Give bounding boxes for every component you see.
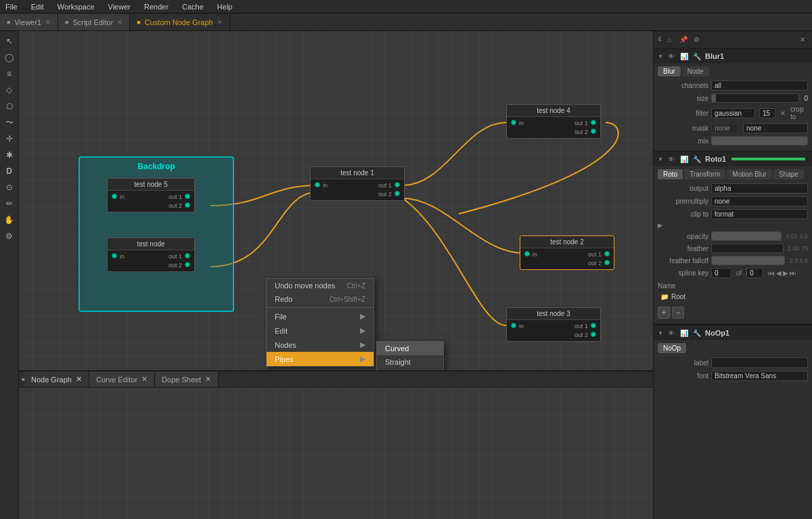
motionblur-tab[interactable]: Motion Blur: [727, 169, 772, 179]
tab-custom-node-graph[interactable]: ■ Custom Node Graph ✕: [130, 14, 229, 30]
node-tab[interactable]: Node: [682, 66, 709, 76]
port-test5-out1[interactable]: [185, 194, 190, 199]
port-test5-out2[interactable]: [185, 202, 190, 208]
name-add-btn[interactable]: +: [658, 307, 670, 319]
tab-viewer1[interactable]: ■ Viewer1 ✕: [0, 14, 58, 30]
tool-d[interactable]: D: [2, 164, 17, 179]
node-test[interactable]: test node in out 1 out 2: [107, 238, 195, 272]
tool-plus[interactable]: ✛: [2, 131, 17, 146]
roto1-feather-falloff-slider[interactable]: [711, 256, 785, 265]
blur1-filter-x[interactable]: ✕: [778, 110, 788, 117]
ctx-pipes[interactable]: Pipes ▶: [267, 352, 374, 366]
mini-node-graph[interactable]: 1 ↓ NoOp1 NoOp2 NoOp3 Blur1 (all) bg: [19, 388, 653, 519]
port-n3-out2[interactable]: [591, 332, 596, 337]
blur1-collapse[interactable]: ▼: [658, 53, 663, 59]
blur1-filter-select[interactable]: gaussian: [711, 108, 755, 118]
roto1-premultiply-select[interactable]: none: [711, 196, 808, 206]
menu-file[interactable]: File: [3, 3, 20, 11]
tool-circle2[interactable]: ⊙: [2, 180, 17, 195]
roto1-collapse[interactable]: ▼: [658, 156, 663, 162]
port-n2-in[interactable]: [524, 251, 530, 256]
backdrop-node[interactable]: Backdrop test node 5 in out 1 out 2: [78, 156, 234, 312]
roto1-feather-slider[interactable]: [711, 244, 784, 253]
panel-icon-home[interactable]: ⌂: [664, 35, 675, 45]
menu-viewer[interactable]: Viewer: [106, 3, 133, 11]
submenu-curved[interactable]: Curved: [377, 342, 443, 355]
port-test-out1[interactable]: [185, 253, 190, 258]
port-test-out2[interactable]: [185, 262, 190, 267]
ctx-redo[interactable]: Redo Ctrl+Shift+Z: [267, 292, 374, 306]
node-test3[interactable]: test node 3 in out 1 out 2: [506, 307, 601, 342]
port-n1-out2[interactable]: [394, 191, 400, 196]
node-test5[interactable]: test node 5 in out 1 out 2: [107, 178, 195, 212]
menu-workspace[interactable]: Workspace: [55, 3, 97, 11]
port-test5-in[interactable]: [112, 194, 117, 199]
noop-eye[interactable]: 👁: [666, 328, 677, 338]
node-test2[interactable]: test node 2 in out 1 out 2: [520, 235, 614, 270]
name-tree-root[interactable]: 📁 Root: [658, 292, 808, 302]
ctx-undo[interactable]: Undo move nodes Ctrl+Z: [267, 279, 374, 292]
noop-tab[interactable]: NoOp: [658, 343, 686, 353]
tool-pan[interactable]: ✋: [2, 212, 17, 227]
shape-tab[interactable]: Shape: [773, 169, 804, 179]
port-n2-out1[interactable]: [604, 251, 610, 256]
tab-node-graph[interactable]: Node Graph ✕: [24, 371, 89, 387]
node-test4[interactable]: test node 4 in out 1 out 2: [506, 104, 601, 139]
port-n1-in[interactable]: [315, 182, 320, 187]
blur1-wrench[interactable]: 🔧: [692, 51, 702, 62]
tool-circle[interactable]: ◯: [2, 50, 17, 65]
tab-curve-editor[interactable]: Curve Editor ✕: [89, 371, 155, 387]
nav-prev-btn[interactable]: ◀: [776, 269, 782, 277]
roto1-expand-arrow[interactable]: ▶: [658, 222, 662, 229]
roto1-wrench[interactable]: 🔧: [692, 154, 702, 164]
port-n4-out2[interactable]: [591, 129, 596, 134]
roto1-of-value[interactable]: 0: [746, 268, 763, 278]
blur1-mix-slider[interactable]: [711, 136, 808, 145]
panel-icon-gear[interactable]: ⚙: [692, 35, 702, 45]
panel-icon-pin[interactable]: 📌: [678, 35, 689, 45]
roto-tab[interactable]: Roto: [658, 169, 683, 179]
roto1-output-select[interactable]: alpha: [711, 183, 808, 194]
roto1-opacity-slider[interactable]: [711, 231, 782, 241]
tool-brush[interactable]: ✏: [2, 196, 17, 211]
blur1-mask-select2[interactable]: none: [743, 123, 808, 133]
ctx-file[interactable]: File ▶: [267, 309, 374, 323]
ctx-edit[interactable]: Edit ▶: [267, 323, 374, 338]
blur1-filter-num[interactable]: 15: [759, 108, 775, 118]
blur-tab[interactable]: Blur: [658, 66, 681, 76]
tool-settings[interactable]: ⚙: [2, 229, 17, 244]
nav-next-btn[interactable]: ▶: [783, 269, 788, 277]
node-graph-canvas[interactable]: Backdrop test node 5 in out 1 out 2: [19, 31, 653, 370]
tool-list[interactable]: ≡: [2, 66, 17, 81]
blur1-eye[interactable]: 👁: [666, 51, 677, 62]
tool-shape[interactable]: ◇: [2, 83, 17, 97]
blur1-graph[interactable]: 📊: [679, 51, 690, 62]
menu-help[interactable]: Help: [215, 3, 235, 11]
menu-cache[interactable]: Cache: [179, 3, 206, 11]
noop-wrench[interactable]: 🔧: [692, 328, 702, 338]
nav-last-btn[interactable]: ⏭: [790, 269, 796, 277]
menu-render[interactable]: Render: [141, 3, 171, 11]
roto1-eye[interactable]: 👁: [666, 154, 677, 164]
port-test-in[interactable]: [112, 253, 117, 258]
blur1-channels-select[interactable]: all: [711, 81, 808, 91]
tool-mask[interactable]: ⬡: [2, 99, 17, 114]
port-n3-in[interactable]: [511, 323, 516, 328]
port-n3-out1[interactable]: [591, 323, 596, 328]
noop-collapse[interactable]: ▼: [658, 330, 663, 336]
nav-first-btn[interactable]: ⏮: [768, 269, 775, 277]
port-n4-in[interactable]: [511, 120, 516, 125]
tab-node-graph-close[interactable]: ✕: [76, 375, 82, 384]
tool-wave[interactable]: 〜: [2, 115, 17, 130]
noop-font-select[interactable]: Bitstream Vera Sans: [711, 371, 808, 381]
tool-pointer[interactable]: ↖: [2, 34, 17, 49]
noop-graph[interactable]: 📊: [679, 328, 690, 338]
tab-dope-sheet-close[interactable]: ✕: [205, 375, 211, 384]
blur1-size-slider[interactable]: [711, 93, 799, 103]
roto1-clipto-select[interactable]: format: [711, 209, 808, 219]
tab-script-editor[interactable]: ■ Script Editor ✕: [58, 14, 130, 30]
submenu-angle[interactable]: Angle: [377, 369, 443, 370]
transform-tab[interactable]: Transform: [684, 169, 725, 179]
menu-edit[interactable]: Edit: [28, 3, 47, 11]
panel-close[interactable]: ✕: [797, 35, 808, 45]
